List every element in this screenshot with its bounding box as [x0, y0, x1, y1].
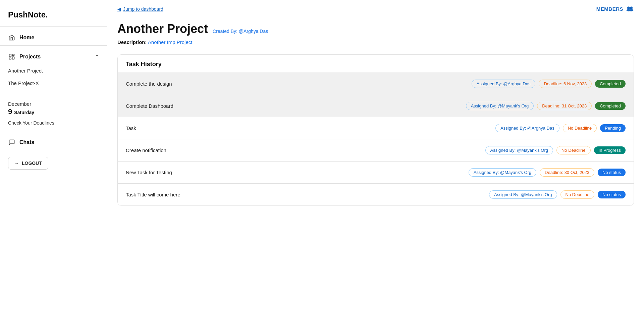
- jump-to-dashboard-link[interactable]: ◀ Jump to dashboard: [117, 6, 163, 12]
- sidebar-divider-2: [0, 45, 107, 46]
- date-section: December 9 Saturday: [0, 96, 107, 119]
- svg-rect-3: [9, 58, 11, 59]
- description-value-text: Another Imp Project: [148, 39, 193, 45]
- projects-section-header[interactable]: Projects ⌃: [0, 49, 107, 64]
- deadline-badge: Deadline: 31 Oct, 2023: [537, 102, 592, 110]
- task-badges: Assigned By: @Mayank's Org Deadline: 30 …: [469, 168, 626, 177]
- chats-icon: [8, 139, 15, 146]
- assigned-badge: Assigned By: @Arghya Das: [495, 124, 559, 132]
- check-deadlines-link[interactable]: Check Your Deadlines: [0, 119, 107, 131]
- deadline-badge: No Deadline: [563, 124, 597, 132]
- deadline-badge: No Deadline: [556, 146, 591, 154]
- task-row[interactable]: Task Title will come here Assigned By: @…: [118, 183, 634, 205]
- current-month: December: [8, 101, 99, 107]
- top-bar: ◀ Jump to dashboard MEMBERS: [107, 0, 644, 15]
- task-name: New Task for Testing: [126, 170, 469, 175]
- task-row[interactable]: New Task for Testing Assigned By: @Mayan…: [118, 161, 634, 183]
- status-badge: In Progress: [594, 146, 626, 154]
- task-badges: Assigned By: @Mayank's Org Deadline: 31 …: [466, 102, 626, 110]
- main-content: ◀ Jump to dashboard MEMBERS Another Proj…: [107, 0, 644, 320]
- members-button[interactable]: MEMBERS: [596, 5, 634, 12]
- svg-rect-0: [9, 54, 11, 57]
- sidebar-divider-3: [0, 92, 107, 92]
- task-row[interactable]: Task Assigned By: @Arghya Das No Deadlin…: [118, 117, 634, 139]
- sidebar-item-home[interactable]: Home: [0, 30, 107, 45]
- task-name: Task: [126, 125, 495, 131]
- home-icon: [8, 34, 15, 41]
- assigned-badge: Assigned By: @Mayank's Org: [485, 146, 553, 154]
- assigned-badge: Assigned By: @Mayank's Org: [469, 168, 536, 177]
- logout-label: LOGOUT: [22, 161, 42, 166]
- project-title-row: Another Project Created By: @Arghya Das: [117, 22, 634, 36]
- projects-icon: [8, 53, 15, 60]
- task-row[interactable]: Complete Dashboard Assigned By: @Mayank'…: [118, 95, 634, 117]
- task-badges: Assigned By: @Arghya Das Deadline: 6 Nov…: [472, 80, 626, 88]
- deadline-badge: Deadline: 30 Oct, 2023: [540, 168, 594, 177]
- sidebar-divider-1: [0, 26, 107, 27]
- task-name: Task Title will come here: [126, 192, 489, 197]
- home-label: Home: [19, 35, 34, 41]
- project-header: Another Project Created By: @Arghya Das …: [107, 15, 644, 48]
- status-badge: Completed: [595, 80, 626, 88]
- projects-label: Projects: [19, 54, 41, 60]
- status-badge: Completed: [595, 102, 626, 110]
- task-list: Complete the design Assigned By: @Arghya…: [118, 73, 634, 205]
- sidebar-divider-4: [0, 131, 107, 131]
- assigned-badge: Assigned By: @Mayank's Org: [489, 190, 557, 199]
- task-name: Complete Dashboard: [126, 103, 466, 109]
- jump-to-dashboard-label: Jump to dashboard: [123, 6, 163, 12]
- chevron-up-icon: ⌃: [95, 54, 99, 59]
- task-history-section: Task History Complete the design Assigne…: [117, 54, 634, 206]
- task-name: Create notification: [126, 147, 485, 153]
- svg-rect-1: [12, 54, 14, 56]
- project-title: Another Project: [117, 22, 208, 36]
- svg-point-4: [627, 6, 630, 9]
- members-label: MEMBERS: [596, 6, 623, 12]
- status-badge: No status: [598, 191, 626, 198]
- assigned-badge: Assigned By: @Mayank's Org: [466, 102, 534, 110]
- deadline-badge: No Deadline: [560, 190, 595, 199]
- back-arrow-icon: ◀: [117, 6, 121, 12]
- current-weekday: Saturday: [14, 110, 34, 115]
- status-badge: Pending: [600, 124, 626, 132]
- project-description: Description: Another Imp Project: [117, 39, 634, 45]
- sidebar: PushNote. Home Projects ⌃ Another Proj: [0, 0, 107, 320]
- task-row[interactable]: Complete the design Assigned By: @Arghya…: [118, 73, 634, 95]
- svg-point-5: [630, 6, 633, 9]
- sidebar-item-another-project[interactable]: Another Project: [0, 64, 107, 77]
- task-name: Complete the design: [126, 81, 472, 87]
- current-day: 9: [8, 107, 12, 116]
- svg-point-7: [629, 9, 634, 11]
- task-badges: Assigned By: @Mayank's Org No Deadline I…: [485, 146, 626, 154]
- sidebar-item-project-x[interactable]: The Project-X: [0, 77, 107, 89]
- project-created-by: Created By: @Arghya Das: [213, 29, 268, 34]
- logout-icon: →: [14, 161, 19, 166]
- task-history-title: Task History: [118, 55, 634, 73]
- deadline-badge: Deadline: 6 Nov, 2023: [539, 80, 592, 88]
- chats-label: Chats: [19, 139, 34, 145]
- status-badge: No status: [598, 169, 626, 176]
- assigned-badge: Assigned By: @Arghya Das: [472, 80, 536, 88]
- logout-button[interactable]: → LOGOUT: [8, 157, 48, 170]
- sidebar-item-chats[interactable]: Chats: [0, 135, 107, 150]
- description-label: Description:: [117, 39, 147, 45]
- task-badges: Assigned By: @Arghya Das No Deadline Pen…: [495, 124, 626, 132]
- task-badges: Assigned By: @Mayank's Org No Deadline N…: [489, 190, 626, 199]
- svg-rect-2: [12, 57, 14, 59]
- app-logo: PushNote.: [0, 7, 107, 26]
- task-row[interactable]: Create notification Assigned By: @Mayank…: [118, 139, 634, 161]
- members-icon: [626, 5, 634, 12]
